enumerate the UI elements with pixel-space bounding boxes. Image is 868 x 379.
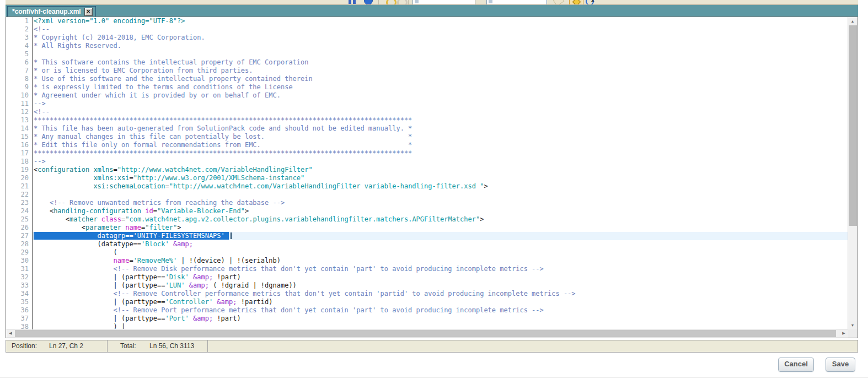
- code-line: 9* is expressly limited to the terms and…: [6, 83, 848, 91]
- code-token: =: [114, 166, 117, 174]
- scroll-right-arrow-icon[interactable]: ▶: [839, 329, 848, 337]
- code-token: =: [129, 257, 133, 264]
- scroll-down-arrow-icon[interactable]: ▼: [848, 321, 857, 329]
- code-token: <: [34, 215, 69, 223]
- code-text: * This file has been auto-generated from…: [32, 124, 848, 133]
- code-token: !part): [213, 273, 241, 281]
- code-token: >: [245, 207, 249, 215]
- code-line: 16* Edit this file only on formal recomm…: [6, 141, 848, 149]
- toolbar-field-1[interactable]: [412, 0, 475, 5]
- code-text: xmlns:xsi="http://www.w3.org/2001/XMLSch…: [32, 174, 848, 182]
- gutter-separator: [32, 17, 33, 329]
- code-token: | (parttype==: [34, 273, 165, 281]
- horizontal-scrollbar-thumb[interactable]: [15, 330, 836, 337]
- code-token: [34, 174, 93, 182]
- code-rows[interactable]: 1<?xml version="1.0" encoding="UTF-8"?>2…: [6, 17, 848, 329]
- line-number: 17: [6, 149, 32, 158]
- code-token: ****************************************…: [34, 116, 412, 124]
- line-number: 16: [6, 141, 32, 149]
- code-token: <!-- Remove Controller performance metri…: [114, 290, 576, 297]
- code-line: 27 datagrp=='UNITY-FILESYSTEMSNAPS': [6, 232, 848, 240]
- code-token: | (parttype==: [34, 281, 165, 289]
- code-text: | (parttype=='Port' &amp; !part): [32, 315, 848, 323]
- scroll-left-arrow-icon[interactable]: ◀: [6, 329, 15, 337]
- code-token: id: [145, 207, 153, 215]
- code-text: * Any manual changes in this file can po…: [32, 133, 848, 141]
- code-text: <!-- Remove Port performance metrics tha…: [32, 306, 848, 315]
- cancel-button[interactable]: Cancel: [778, 358, 814, 372]
- selected-text: datagrp=='UNITY-FILESYSTEMSNAPS': [34, 232, 229, 240]
- redo-icon[interactable]: [397, 0, 408, 5]
- line-number: 29: [6, 248, 32, 257]
- undo-icon[interactable]: [386, 0, 397, 5]
- code-token: &amp;: [193, 315, 213, 322]
- code-token: parameter: [85, 224, 121, 231]
- toolbar-field-2[interactable]: [486, 0, 547, 5]
- code-token: * This file has been auto-generated from…: [34, 124, 412, 132]
- code-token: [189, 315, 193, 322]
- code-text: <!-- Remove unwanted metrics from reachi…: [32, 199, 848, 207]
- code-token: [34, 199, 50, 207]
- pause-icon[interactable]: [349, 0, 351, 4]
- code-token: <!--: [34, 108, 50, 116]
- code-text: datagrp=='UNITY-FILESYSTEMSNAPS': [32, 232, 848, 240]
- code-token: 'Disk': [165, 273, 189, 281]
- code-token: [189, 273, 193, 281]
- diamond-icon[interactable]: [569, 0, 583, 5]
- text-cursor: [231, 232, 232, 239]
- code-token: ****************************************…: [34, 149, 412, 157]
- line-number: 32: [6, 273, 32, 281]
- code-token: | (parttype==: [34, 298, 165, 306]
- code-text: (datatype=='Block' &amp;: [32, 240, 848, 248]
- save-button[interactable]: Save: [826, 358, 855, 372]
- code-text: <!-- Remove Disk performance metrics tha…: [32, 265, 848, 273]
- code-token: [169, 240, 173, 248]
- number-2-icon[interactable]: 2: [591, 0, 594, 3]
- horizontal-scrollbar[interactable]: ◀ ▶: [6, 329, 848, 338]
- code-text: * Copyright (c) 2014-2018, EMC Corporati…: [32, 34, 848, 42]
- line-number: 9: [6, 83, 32, 91]
- code-token: ( !dgraid | !dgname)): [209, 281, 297, 289]
- scroll-up-arrow-icon[interactable]: ▲: [848, 17, 857, 25]
- line-number: 23: [6, 199, 32, 207]
- code-text: name='RemoveMe%' | !(device) | !(serialn…: [32, 257, 848, 265]
- code-token: class: [101, 215, 121, 223]
- line-number: 28: [6, 240, 32, 248]
- code-line: 26 <parameter name="filter">: [6, 224, 848, 232]
- total-value: Ln 56, Ch 3113: [149, 340, 194, 352]
- code-text: <?xml version="1.0" encoding="UTF-8"?>: [32, 17, 848, 25]
- code-line: 30 name='RemoveMe%' | !(device) | !(seri…: [6, 257, 848, 265]
- file-tab[interactable]: *conf/vhf-cleanup.xml ✕: [7, 6, 96, 17]
- code-text: ****************************************…: [32, 116, 848, 124]
- code-line: 32 | (parttype=='Disk' &amp; !part): [6, 273, 848, 281]
- code-token: >: [177, 224, 181, 231]
- globe-icon[interactable]: [364, 0, 373, 5]
- tab-close-icon[interactable]: ✕: [84, 8, 93, 16]
- code-text: -->: [32, 100, 848, 108]
- code-line: 28 (datatype=='Block' &amp;: [6, 240, 848, 248]
- diamond-glyph: [572, 0, 581, 5]
- edit-pencil-icon[interactable]: [553, 0, 565, 5]
- vertical-scrollbar-thumb[interactable]: [849, 25, 857, 226]
- field-icon: [489, 0, 492, 3]
- code-text: * or is licensed to EMC Corporation from…: [32, 67, 848, 75]
- code-line: 7* or is licensed to EMC Corporation fro…: [6, 67, 848, 75]
- page-bottom-divider: [0, 377, 868, 377]
- code-line: 12<!--: [6, 108, 848, 116]
- code-token: matcher: [69, 215, 98, 223]
- code-line: 3* Copyright (c) 2014-2018, EMC Corporat…: [6, 34, 848, 42]
- code-token: * Edit this file only on formal recommen…: [34, 141, 412, 149]
- code-line: 22: [6, 191, 848, 199]
- line-number: 20: [6, 174, 32, 182]
- code-editor[interactable]: 1<?xml version="1.0" encoding="UTF-8"?>2…: [6, 17, 858, 338]
- total-label: Total:: [120, 340, 136, 352]
- line-number: 31: [6, 265, 32, 273]
- code-token: 'RemoveMe%': [133, 257, 177, 264]
- line-number: 13: [6, 116, 32, 124]
- vertical-scrollbar[interactable]: ▲ ▼: [848, 17, 858, 329]
- code-token: * or is licensed to EMC Corporation from…: [34, 67, 253, 74]
- pause-icon[interactable]: [353, 0, 356, 4]
- code-token: "http://www.w3.org/2001/XMLSchema-instan…: [133, 174, 305, 182]
- code-line: 37 | (parttype=='Port' &amp; !part): [6, 315, 848, 323]
- code-text: -->: [32, 158, 848, 166]
